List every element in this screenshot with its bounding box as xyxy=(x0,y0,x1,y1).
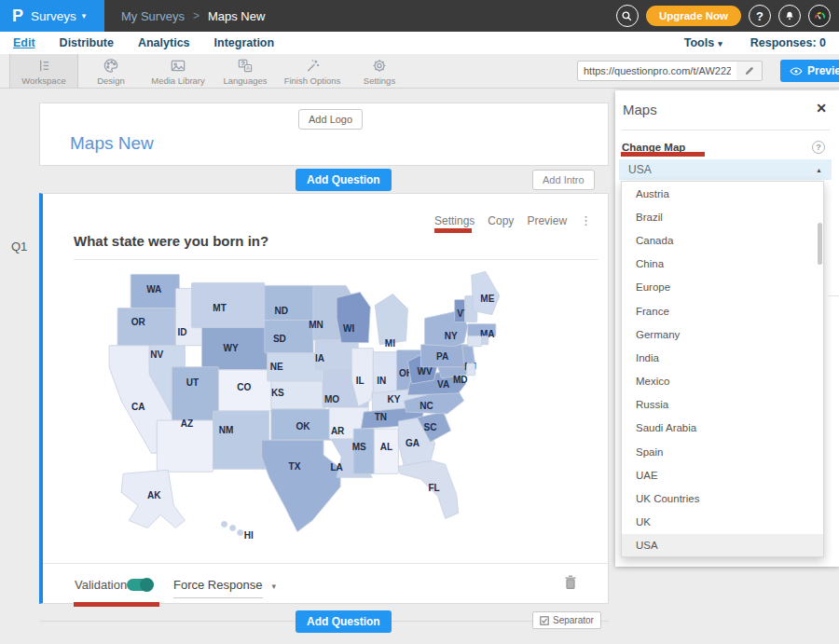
question-copy-link[interactable]: Copy xyxy=(488,214,514,227)
state-ND[interactable] xyxy=(265,285,313,320)
dropdown-option[interactable]: France xyxy=(622,299,823,322)
map-select[interactable]: USA ▲ xyxy=(619,159,832,180)
toolbar-item-label: Media Library xyxy=(151,75,205,86)
state-UT[interactable] xyxy=(172,367,218,420)
toolbar-item-languages[interactable]: A Languages xyxy=(212,54,279,88)
toolbar-item-media-library[interactable]: Media Library xyxy=(144,54,212,88)
toolbar-item-workspace[interactable]: Workspace xyxy=(9,54,78,88)
dropdown-option[interactable]: Spain xyxy=(622,440,823,463)
toolbar-item-label: Design xyxy=(97,75,125,86)
state-OR[interactable] xyxy=(117,308,177,346)
state-label-MS: MS xyxy=(352,442,366,452)
dropdown-option[interactable]: India xyxy=(622,346,823,369)
state-label-ID: ID xyxy=(177,327,186,337)
dropdown-option[interactable]: USA xyxy=(622,534,823,557)
palette-icon xyxy=(102,57,120,75)
state-label-KY: KY xyxy=(387,394,400,404)
edit-url-button[interactable] xyxy=(736,61,763,81)
state-label-FL: FL xyxy=(428,483,439,493)
dropdown-option[interactable]: Mexico xyxy=(622,370,823,393)
state-MI[interactable] xyxy=(375,294,407,344)
toolbar-item-design[interactable]: Design xyxy=(77,54,144,88)
gear-icon xyxy=(370,57,389,75)
breadcrumb-my-surveys[interactable]: My Surveys xyxy=(121,9,185,23)
toggle-knob xyxy=(140,578,154,592)
state-SD[interactable] xyxy=(265,321,313,353)
tab-distribute[interactable]: Distribute xyxy=(60,36,114,49)
dropdown-option[interactable]: UK xyxy=(622,511,823,534)
tools-menu[interactable]: Tools▾ xyxy=(684,36,722,49)
toolbar-item-label: Finish Options xyxy=(284,75,341,86)
state-DE[interactable] xyxy=(467,363,475,376)
force-response-dropdown[interactable]: Force Response▾ xyxy=(173,578,276,592)
question-preview-link[interactable]: Preview xyxy=(527,214,567,227)
state-label-UT: UT xyxy=(186,377,199,388)
dropdown-option[interactable]: Austria xyxy=(622,182,823,205)
question-footer-divider xyxy=(43,563,608,564)
state-label-NV: NV xyxy=(150,349,163,360)
upgrade-now-button[interactable]: Upgrade Now xyxy=(646,6,741,26)
dropdown-option[interactable]: UAE xyxy=(622,463,823,486)
dropdown-option[interactable]: Russia xyxy=(622,393,823,417)
dropdown-scrollbar-thumb[interactable] xyxy=(818,223,822,265)
dropdown-option[interactable]: Canada xyxy=(622,228,823,252)
survey-url-input[interactable] xyxy=(577,61,737,81)
state-HI[interactable] xyxy=(230,526,236,531)
state-TX[interactable] xyxy=(262,440,340,531)
add-intro-button[interactable]: Add Intro xyxy=(532,170,595,190)
state-ME[interactable] xyxy=(472,271,500,314)
state-HI[interactable] xyxy=(222,522,227,528)
state-CT[interactable] xyxy=(468,336,482,347)
survey-title[interactable]: Maps New xyxy=(70,133,154,154)
tab-edit[interactable]: Edit xyxy=(13,36,35,49)
question-text-underline xyxy=(74,259,598,260)
question-mark-icon: ? xyxy=(756,9,763,23)
edit-toolbar: Workspace Design Media Library A Languag… xyxy=(0,54,839,89)
add-logo-button[interactable]: Add Logo xyxy=(298,109,363,130)
dropdown-option[interactable]: Europe xyxy=(622,276,823,299)
change-map-help-icon[interactable]: ? xyxy=(812,141,825,154)
validation-toggle[interactable] xyxy=(127,579,153,591)
state-label-AZ: AZ xyxy=(181,418,193,429)
search-button[interactable] xyxy=(616,5,639,27)
add-question-button-bottom[interactable]: Add Question xyxy=(296,610,392,633)
dropdown-option[interactable]: Germany xyxy=(622,322,823,346)
nav-right-group: Tools▾ Responses: 0 xyxy=(684,36,826,49)
state-label-IN: IN xyxy=(377,376,386,386)
questionpro-logo-icon: P xyxy=(12,7,23,26)
separator-label: Separator xyxy=(553,615,594,625)
dropdown-option[interactable]: Brazil xyxy=(622,205,823,228)
state-NM[interactable] xyxy=(213,411,269,469)
product-switcher[interactable]: P Surveys ▾ xyxy=(0,0,104,32)
state-HI[interactable] xyxy=(238,530,243,536)
state-label-VA: VA xyxy=(437,379,449,390)
state-IN[interactable] xyxy=(373,352,397,397)
responses-count[interactable]: Responses: 0 xyxy=(750,36,826,49)
dropdown-option[interactable]: Saudi Arabia xyxy=(622,417,823,440)
state-WI[interactable] xyxy=(337,292,370,342)
state-label-WV: WV xyxy=(417,366,432,377)
state-RI[interactable] xyxy=(482,336,488,345)
toolbar-item-finish-options[interactable]: Finish Options xyxy=(279,54,346,88)
notifications-button[interactable] xyxy=(778,5,801,27)
preview-button[interactable]: Preview xyxy=(780,60,839,82)
kebab-menu-icon[interactable]: ⋮ xyxy=(580,213,592,227)
question-text[interactable]: What state were you born in? xyxy=(74,233,268,249)
add-question-button-top[interactable]: Add Question xyxy=(296,169,392,191)
state-label-GA: GA xyxy=(406,438,420,448)
separator-toggle[interactable]: Separator xyxy=(532,611,601,629)
tab-analytics[interactable]: Analytics xyxy=(138,36,190,49)
map-dropdown: AustriaBrazilCanadaChinaEuropeFranceGerm… xyxy=(621,181,824,557)
help-button[interactable]: ? xyxy=(749,5,771,27)
toolbar-item-settings[interactable]: Settings xyxy=(346,54,413,88)
dropdown-option[interactable]: China xyxy=(622,253,823,276)
question-settings-link[interactable]: Settings xyxy=(434,214,475,227)
state-MT[interactable] xyxy=(191,282,264,327)
gauge-avatar-icon xyxy=(813,9,827,23)
account-menu-button[interactable] xyxy=(808,5,831,27)
tab-integration[interactable]: Integration xyxy=(214,36,275,49)
breadcrumb: My Surveys > Maps New xyxy=(121,9,265,23)
close-icon[interactable]: ✕ xyxy=(816,101,827,116)
delete-question-button[interactable] xyxy=(563,574,578,591)
dropdown-option[interactable]: UK Countries xyxy=(622,486,823,510)
